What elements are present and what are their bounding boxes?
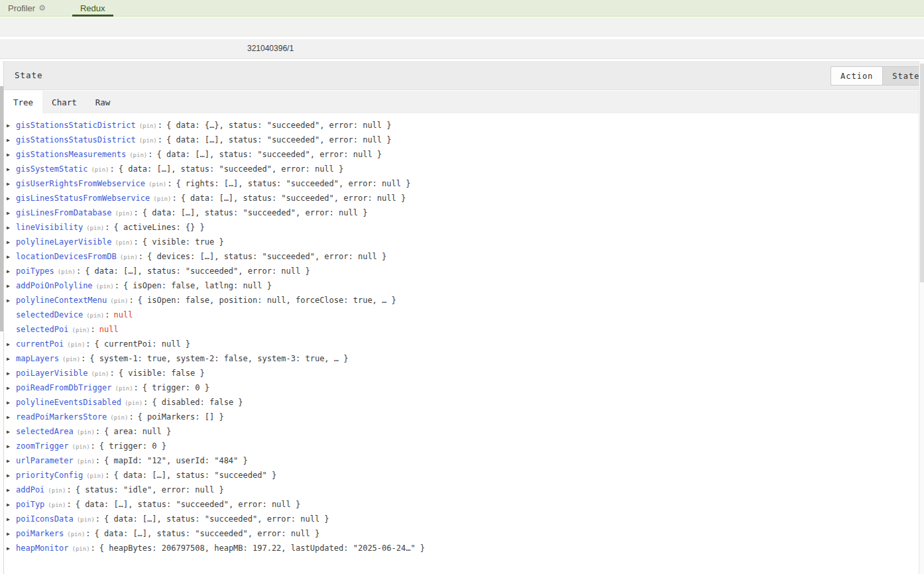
state-key[interactable]: gisSystemStatic: [16, 164, 87, 174]
pin-label[interactable]: (pin): [115, 239, 133, 246]
expand-arrow-icon[interactable]: ▶: [7, 454, 16, 469]
tab-profiler[interactable]: Profiler ⚙: [0, 0, 54, 17]
tab-state[interactable]: State: [883, 66, 924, 86]
state-key[interactable]: poiTypes: [16, 266, 54, 276]
state-key[interactable]: locationDevicesFromDB: [16, 252, 117, 261]
state-key[interactable]: poiIconsData: [16, 514, 74, 524]
expand-arrow-icon[interactable]: ▶: [7, 294, 16, 308]
pin-label[interactable]: (pin): [139, 137, 157, 144]
tab-action[interactable]: Action: [831, 66, 883, 86]
pin-label[interactable]: (pin): [77, 429, 95, 435]
expand-arrow-icon[interactable]: ▶: [7, 352, 16, 367]
pin-label[interactable]: (pin): [86, 225, 104, 231]
pin-label[interactable]: (pin): [139, 123, 157, 129]
state-key[interactable]: selectedArea: [16, 427, 74, 436]
expand-arrow-icon[interactable]: ▶: [7, 439, 16, 454]
state-key[interactable]: lineVisibility: [16, 223, 83, 232]
expand-arrow-icon[interactable]: ▶: [7, 221, 16, 235]
expand-arrow-icon[interactable]: ▶: [7, 542, 16, 556]
expand-arrow-icon[interactable]: ▶: [7, 396, 16, 410]
state-key[interactable]: selectedDevice: [16, 310, 83, 319]
pin-label[interactable]: (pin): [48, 502, 66, 508]
state-key[interactable]: poiReadFromDbTrigger: [16, 383, 112, 392]
pin-label[interactable]: (pin): [77, 516, 95, 523]
state-key[interactable]: priorityConfig: [16, 471, 83, 480]
state-key[interactable]: polylineContextMenu: [16, 296, 107, 305]
state-key[interactable]: gisLinesFromDatabase: [16, 208, 112, 217]
state-key[interactable]: currentPoi: [16, 339, 64, 349]
pin-label[interactable]: (pin): [129, 152, 147, 158]
right-scrollbar[interactable]: [919, 61, 924, 574]
expand-arrow-icon[interactable]: ▶: [7, 498, 16, 512]
state-key[interactable]: gisStationsStatusDistrict: [16, 135, 136, 144]
expand-arrow-icon[interactable]: ▶: [7, 512, 16, 527]
pin-label[interactable]: (pin): [72, 443, 89, 450]
pin-label[interactable]: (pin): [110, 414, 128, 421]
state-key[interactable]: polylineLayerVisible: [16, 237, 112, 247]
state-key[interactable]: selectedPoi: [16, 325, 68, 334]
pin-label[interactable]: (pin): [86, 312, 104, 319]
view-tab-tree[interactable]: Tree: [4, 91, 42, 113]
state-key[interactable]: readPoiMarkersStore: [16, 412, 107, 422]
expand-arrow-icon[interactable]: ▶: [7, 235, 16, 250]
pin-label[interactable]: (pin): [86, 473, 104, 479]
expand-arrow-icon[interactable]: ▶: [7, 133, 16, 148]
pin-label[interactable]: (pin): [148, 181, 166, 188]
state-key[interactable]: urlParameter: [16, 456, 74, 465]
expand-arrow-icon[interactable]: ▶: [7, 410, 16, 425]
state-key[interactable]: zoomTrigger: [16, 441, 68, 451]
view-tab-chart[interactable]: Chart: [42, 91, 86, 113]
expand-arrow-icon[interactable]: ▶: [7, 264, 16, 279]
state-key[interactable]: addPoi: [16, 485, 44, 494]
gear-icon[interactable]: ⚙: [38, 4, 46, 12]
pin-label[interactable]: (pin): [115, 385, 133, 392]
expand-arrow-icon[interactable]: ▶: [7, 279, 16, 294]
pin-label[interactable]: (pin): [62, 356, 80, 363]
tab-redux[interactable]: Redux: [72, 0, 113, 17]
expand-arrow-icon[interactable]: ▶: [7, 162, 16, 177]
state-key[interactable]: poiLayerVisible: [16, 369, 87, 378]
state-key[interactable]: heapMonitor: [16, 544, 68, 553]
expand-arrow-icon[interactable]: ▶: [7, 483, 16, 498]
expand-arrow-icon[interactable]: ▶: [7, 177, 16, 192]
state-key[interactable]: gisStationsStaticDistrict: [16, 121, 136, 130]
expand-arrow-icon[interactable]: ▶: [7, 250, 16, 264]
pin-label[interactable]: (pin): [125, 400, 143, 406]
expand-arrow-icon[interactable]: ▶: [7, 148, 16, 162]
pin-label[interactable]: (pin): [110, 298, 128, 304]
state-key[interactable]: addPoiOnPolyline: [16, 281, 93, 290]
pin-label[interactable]: (pin): [120, 254, 138, 260]
pin-label[interactable]: (pin): [48, 487, 66, 494]
left-scrollbar[interactable]: [0, 61, 4, 574]
pin-label[interactable]: (pin): [96, 283, 114, 290]
expand-arrow-icon[interactable]: ▶: [7, 527, 16, 542]
state-key[interactable]: polylineEventsDisabled: [16, 398, 121, 407]
state-key[interactable]: gisStationsMeasurements: [16, 150, 126, 159]
state-key[interactable]: poiMarkers: [16, 529, 64, 538]
pin-label[interactable]: (pin): [58, 268, 76, 275]
left-scrollbar-thumb[interactable]: [0, 86, 3, 331]
expand-arrow-icon[interactable]: ▶: [7, 206, 16, 221]
expand-arrow-icon[interactable]: ▶: [7, 425, 16, 439]
expand-arrow-icon[interactable]: ▶: [7, 192, 16, 206]
pin-label[interactable]: (pin): [72, 545, 89, 552]
expand-arrow-icon[interactable]: ▶: [7, 337, 16, 352]
state-key[interactable]: poiTyp: [16, 500, 44, 509]
expand-arrow-icon[interactable]: ▶: [7, 381, 16, 396]
right-scrollbar-thumb[interactable]: [920, 64, 924, 282]
pin-label[interactable]: (pin): [153, 196, 171, 202]
pin-label[interactable]: (pin): [91, 166, 109, 173]
expand-arrow-icon[interactable]: ▶: [7, 469, 16, 483]
pin-label[interactable]: (pin): [77, 458, 95, 465]
state-key[interactable]: gisLinesStatusFromWebservice: [16, 194, 150, 203]
pin-label[interactable]: (pin): [67, 341, 85, 348]
state-key[interactable]: gisUserRightsFromWebservice: [16, 179, 145, 188]
pin-label[interactable]: (pin): [115, 210, 133, 217]
expand-arrow-icon[interactable]: ▶: [7, 119, 16, 133]
expand-arrow-icon[interactable]: ▶: [7, 367, 16, 381]
pin-label[interactable]: (pin): [91, 371, 109, 377]
state-key[interactable]: mapLayers: [16, 354, 59, 363]
pin-label[interactable]: (pin): [72, 327, 89, 333]
pin-label[interactable]: (pin): [67, 531, 85, 538]
view-tab-raw[interactable]: Raw: [86, 91, 120, 113]
